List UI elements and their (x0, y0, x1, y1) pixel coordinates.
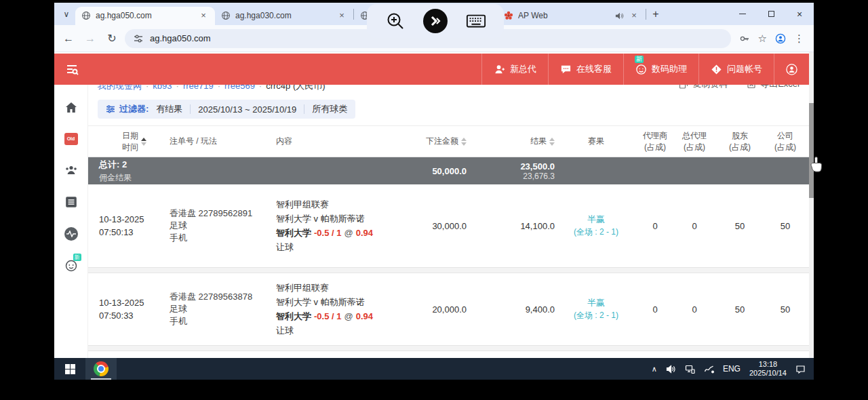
bet-row: 10-13-202507:50:13 香港盘 22789562891足球手机 智… (88, 184, 809, 267)
shareholder-cell: 50 (716, 184, 764, 267)
ap-web-favicon-icon (504, 11, 513, 20)
filter-date-range-chip[interactable]: 2025/10/13 ~ 2025/10/19 (198, 104, 296, 115)
result-cell: 9,400.0 (467, 273, 555, 345)
home-icon[interactable] (64, 101, 78, 115)
report-list-icon[interactable] (64, 195, 78, 209)
toolbar-right-icons: ☆ ⋮ (735, 33, 808, 45)
notification-center-icon[interactable] (795, 364, 806, 374)
column-score: 赛果 (555, 136, 637, 147)
column-date-time[interactable]: 日期时间 (88, 130, 170, 153)
company-cell: 50 (764, 184, 807, 267)
bookmark-star-icon[interactable]: ☆ (758, 33, 767, 45)
outcome-link[interactable]: 半赢(全场 : 2 - 1) (555, 184, 637, 267)
agent-cell: 0 (637, 184, 673, 267)
nav-account[interactable] (774, 54, 809, 85)
column-result[interactable]: 结果 (467, 136, 555, 147)
column-stake[interactable]: 下注金额 (403, 136, 467, 147)
assistant-bot-sidebar-icon[interactable]: 新 (64, 259, 78, 273)
site-settings-icon[interactable] (133, 33, 144, 44)
sort-arrows-icon[interactable] (141, 138, 146, 146)
nav-label: 数码助理 (652, 63, 687, 75)
globe-icon (221, 11, 231, 20)
filter-result-chip[interactable]: 有结果 (156, 103, 182, 115)
nav-online-service[interactable]: 在线客服 (548, 54, 623, 85)
clock-time: 13:18 (749, 360, 787, 369)
filter-label[interactable]: 过滤器: (106, 103, 149, 115)
close-icon[interactable]: × (336, 10, 347, 21)
column-agent: 代理商(占成) (637, 130, 673, 153)
league: 智利甲组联赛 (276, 281, 403, 295)
taskbar-chrome-button[interactable] (85, 358, 117, 380)
keyboard-icon[interactable] (466, 11, 486, 31)
old-version-icon[interactable]: Old (64, 133, 78, 145)
bet-no-cell: 香港盘 22789563878足球手机 (170, 273, 268, 345)
filter-separator (190, 104, 191, 114)
shareholder-cell: 50 (716, 273, 764, 345)
stake-cell: 20,000.0 (403, 273, 467, 345)
tab-title: ag.hga030.com (235, 11, 332, 20)
magnifier-plus-icon[interactable] (385, 11, 406, 31)
nav-label: 在线客服 (576, 63, 612, 75)
windows-logo-icon (65, 364, 75, 374)
menu-search-icon[interactable] (65, 62, 79, 76)
tab-hga050[interactable]: ag.hga050.com × (75, 7, 215, 25)
tab-audio-icon[interactable] (615, 12, 624, 20)
sort-arrows-icon[interactable] (461, 138, 467, 146)
tab-search-chevron-icon[interactable]: ∨ (58, 5, 75, 23)
new-badge: 新 (73, 254, 81, 261)
result-cell: 14,100.0 (467, 184, 555, 267)
nav-problem-account[interactable]: 问题帐号 (698, 54, 774, 85)
filter-sport-chip[interactable]: 所有球类 (312, 103, 347, 115)
alert-icon (711, 64, 722, 75)
filter-label-text: 过滤器: (119, 103, 149, 115)
start-button[interactable] (54, 358, 85, 380)
assistant-bot-icon (635, 64, 647, 75)
forward-button[interactable]: → (81, 30, 99, 47)
close-icon[interactable]: × (198, 10, 209, 21)
nav-new-agent[interactable]: 新总代 (481, 54, 548, 85)
activity-pulse-icon[interactable] (64, 227, 78, 241)
reload-button[interactable]: ↻ (103, 30, 121, 47)
network-icon[interactable] (685, 364, 695, 374)
old-badge-label: Old (67, 136, 75, 142)
left-sidebar: Old 新 (54, 85, 88, 358)
page-scrollbar[interactable] (809, 52, 814, 358)
remote-desktop-icon[interactable] (423, 9, 448, 33)
restore-button[interactable] (757, 3, 785, 25)
summary-commission-value: 23,676.3 (523, 172, 555, 181)
bet-no-cell: 香港盘 22789562891足球手机 (170, 184, 268, 267)
tray-chevron-icon[interactable]: ∧ (652, 365, 657, 374)
col-time: 时间 (122, 142, 138, 153)
scrollbar-thumb[interactable] (809, 103, 814, 198)
chrome-menu-icon[interactable]: ⋮ (794, 33, 804, 45)
summary-commission-label: 佣金结果 (99, 172, 403, 184)
filter-bar: 过滤器: 有结果 2025/10/13 ~ 2025/10/19 所有球类 (98, 100, 355, 119)
mouse-cursor-hand (810, 156, 823, 173)
tab-hga030[interactable]: ag.hga030.com × (215, 7, 353, 25)
remote-desktop-screen: ∨ ag.hga050.com × ag.hga030.com × AP Web (54, 3, 814, 380)
close-window-button[interactable]: × (785, 3, 814, 25)
row-separator (88, 345, 809, 351)
language-indicator[interactable]: ENG (723, 364, 741, 374)
taskbar-clock[interactable]: 13:18 2025/10/14 (749, 360, 787, 378)
nav-label: 问题帐号 (727, 63, 762, 75)
profile-avatar-icon[interactable] (775, 33, 786, 44)
nav-digital-assistant[interactable]: 新 数码助理 (623, 54, 698, 85)
minimize-button[interactable] (728, 3, 757, 25)
table-header: 日期时间 注单号 / 玩法 内容 下注金额 结果 赛果 代理商(占成) (88, 125, 809, 157)
new-badge: 新 (635, 56, 644, 63)
password-key-icon[interactable] (739, 33, 750, 44)
market: 让球 (276, 240, 403, 254)
pen-input-icon[interactable] (704, 364, 714, 374)
outcome-link[interactable]: 半赢(全场 : 2 - 1) (555, 273, 637, 345)
chrome-icon (94, 361, 108, 376)
close-icon[interactable]: × (629, 10, 639, 21)
sort-arrows-icon[interactable] (549, 138, 555, 146)
tab-ap-web[interactable]: AP Web × (498, 7, 646, 25)
back-button[interactable]: ← (60, 30, 77, 47)
new-tab-button[interactable]: + (646, 5, 665, 24)
chat-bubble-icon (560, 64, 572, 75)
volume-icon[interactable] (666, 364, 676, 374)
system-tray: ∧ ENG 13:18 2025/10/14 (652, 360, 814, 378)
agents-icon[interactable] (64, 163, 78, 177)
